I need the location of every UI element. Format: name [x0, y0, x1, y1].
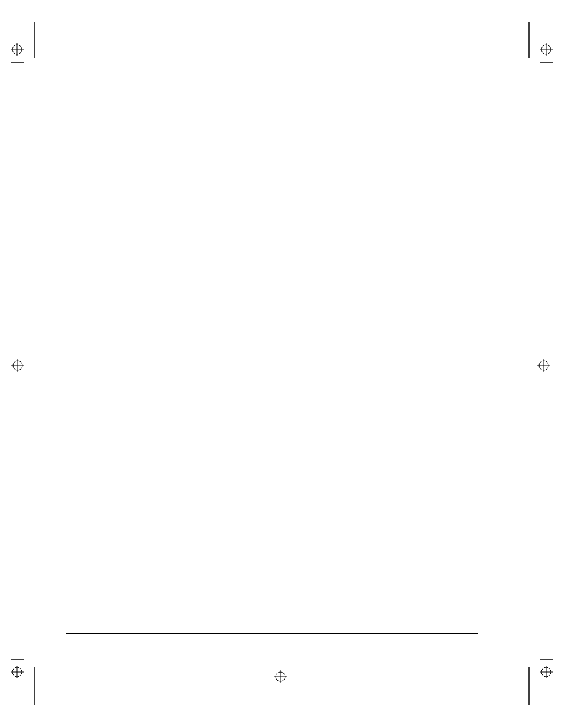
- crop-mark-bottom-right: [517, 659, 553, 705]
- crop-mark-top-left: [11, 22, 46, 63]
- crop-mark-bottom-left: [11, 659, 46, 705]
- registration-mark-right: [537, 359, 549, 371]
- registration-mark-bottom: [274, 670, 286, 682]
- footer-rule: [66, 633, 478, 634]
- crop-mark-top-right: [517, 22, 553, 63]
- registration-mark-left: [11, 359, 23, 371]
